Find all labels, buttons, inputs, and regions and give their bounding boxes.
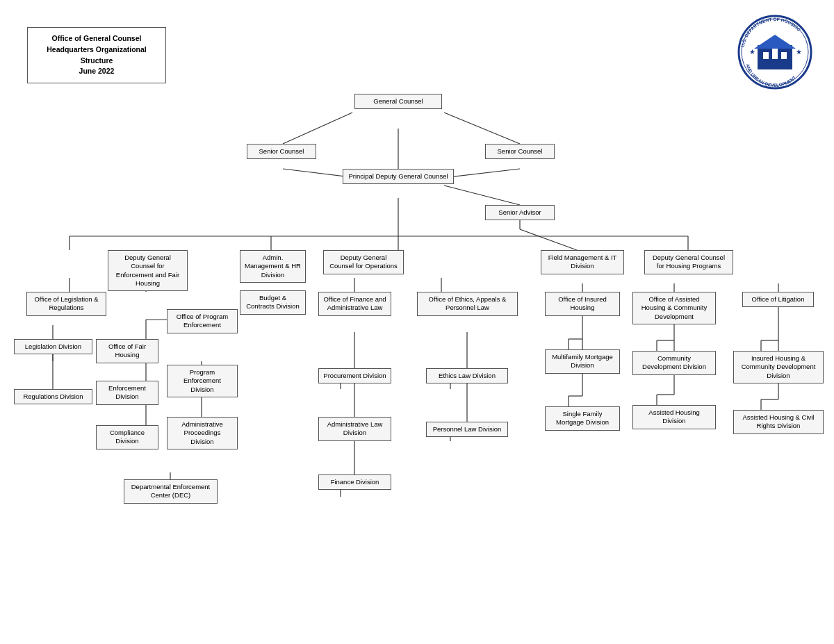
admin-hr-box: Admin. Management & HR Division — [240, 250, 306, 283]
admin-law-div-box: Administrative Law Division — [318, 417, 391, 441]
assisted-housing-div-box: Assisted Housing Division — [632, 405, 716, 429]
svg-rect-87 — [772, 49, 778, 59]
enforcement-div-box: Enforcement Division — [96, 381, 158, 405]
departmental-enforcement-box: Departmental Enforcement Center (DEC) — [124, 479, 218, 504]
finance-div-box: Finance Division — [318, 474, 391, 490]
office-litigation-box: Office of Litigation — [742, 292, 814, 307]
regulations-div-box: Regulations Division — [14, 389, 92, 404]
community-dev-div-box: Community Development Division — [632, 351, 716, 375]
multifamily-div-box: Multifamily Mortgage Division — [545, 349, 620, 374]
svg-line-14 — [520, 229, 577, 250]
svg-rect-86 — [763, 52, 769, 59]
svg-line-1 — [283, 113, 352, 144]
title-line1: Office of General Counsel — [52, 34, 142, 42]
compliance-div-box: Compliance Division — [96, 425, 158, 449]
svg-text:★: ★ — [749, 48, 755, 56]
title-line4: June 2022 — [79, 67, 115, 75]
svg-line-3 — [444, 113, 520, 144]
general-counsel-box: General Counsel — [354, 94, 442, 109]
title-line3: Structure — [81, 56, 113, 65]
office-fair-housing-box: Office of Fair Housing — [96, 339, 158, 363]
deputy-operations-box: Deputy General Counsel for Operations — [323, 250, 404, 274]
program-enforcement-div-box: Program Enforcement Division — [167, 365, 238, 397]
office-insured-box: Office of Insured Housing — [545, 292, 620, 316]
office-leg-reg-box: Office of Legislation & Regulations — [26, 292, 106, 316]
senior-counsel-left-box: Senior Counsel — [247, 144, 316, 159]
office-program-enforcement-box: Office of Program Enforcement — [167, 309, 238, 333]
deputy-enforcement-box: Deputy General Counsel for Enforcement a… — [108, 250, 188, 291]
office-finance-admin-box: Office of Finance and Administrative Law — [318, 292, 391, 316]
title-box: Office of General Counsel Headquarters O… — [27, 27, 166, 83]
svg-text:★: ★ — [796, 48, 802, 56]
principal-deputy-box: Principal Deputy General Counsel — [343, 169, 454, 184]
ethics-law-div-box: Ethics Law Division — [426, 368, 508, 383]
legislation-div-box: Legislation Division — [14, 339, 92, 354]
field-mgmt-box: Field Management & IT Division — [541, 250, 624, 274]
procurement-div-box: Procurement Division — [318, 368, 391, 383]
senior-advisor-box: Senior Advisor — [485, 205, 555, 220]
title-line2: Headquarters Organizational — [47, 45, 147, 53]
svg-line-8 — [444, 185, 520, 205]
svg-rect-88 — [781, 52, 787, 59]
admin-proceedings-box: Administrative Proceedings Division — [167, 417, 238, 449]
assisted-housing-civil-box: Assisted Housing & Civil Rights Division — [733, 410, 824, 434]
deputy-housing-box: Deputy General Counsel for Housing Progr… — [644, 250, 733, 274]
hud-logo: ★ ★ U.S. DEPARTMENT OF HOUSING AND URBAN… — [737, 14, 813, 90]
senior-counsel-right-box: Senior Counsel — [485, 144, 555, 159]
insured-housing-div-box: Insured Housing & Community Development … — [733, 351, 824, 383]
single-family-div-box: Single Family Mortgage Division — [545, 406, 620, 431]
personnel-law-div-box: Personnel Law Division — [426, 422, 508, 437]
office-ethics-box: Office of Ethics, Appeals & Personnel La… — [417, 292, 518, 316]
budget-contracts-box: Budget & Contracts Division — [240, 290, 306, 315]
office-assisted-box: Office of Assisted Housing & Community D… — [632, 292, 716, 324]
